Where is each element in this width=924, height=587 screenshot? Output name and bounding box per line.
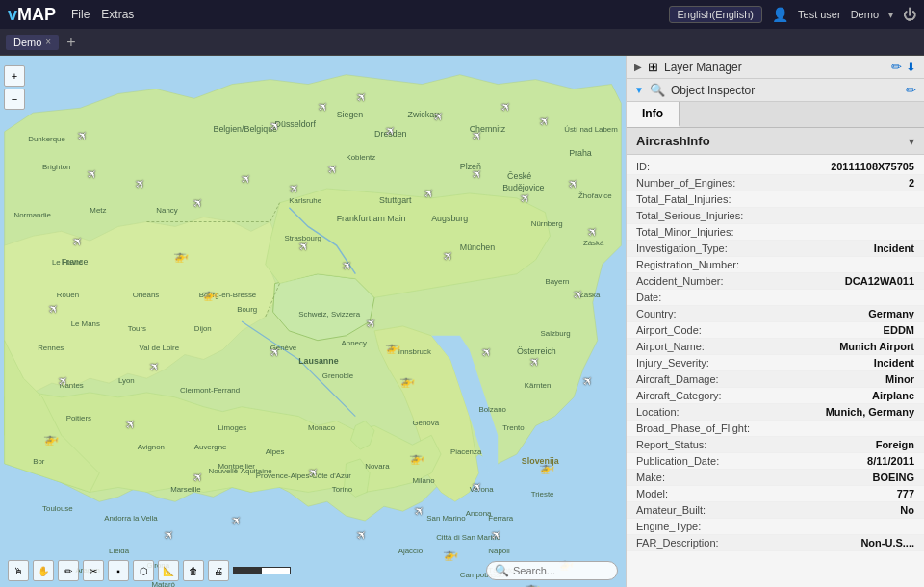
svg-text:Praha: Praha <box>569 148 592 158</box>
prop-key: Publication_Date: <box>636 455 789 467</box>
print-tool[interactable]: 🖨 <box>208 560 229 581</box>
property-row: Investigation_Type:Incident <box>627 241 924 257</box>
map-area[interactable]: France Strasbourg Frankfurt am Main Belg… <box>0 56 626 587</box>
search-box[interactable]: 🔍 <box>486 561 618 580</box>
draw-tool[interactable]: ✏ <box>58 560 79 581</box>
layer-edit-icon[interactable]: ✏ <box>891 60 902 74</box>
svg-text:Metz: Metz <box>90 206 106 215</box>
svg-text:Milano: Milano <box>412 476 435 485</box>
prop-key: Number_of_Engines: <box>636 177 789 189</box>
prop-key: Registration_Number: <box>636 259 789 270</box>
info-tab[interactable]: Info <box>627 102 680 127</box>
svg-text:Andorra la Vella: Andorra la Vella <box>104 514 158 523</box>
prop-value: Incident <box>789 357 914 369</box>
language-button[interactable]: English(English) <box>669 6 762 23</box>
svg-text:Verona: Verona <box>470 485 495 494</box>
svg-text:Slovenija: Slovenija <box>522 456 559 466</box>
property-row: Injury_Severity:Incident <box>627 355 924 371</box>
zoom-in-button[interactable]: + <box>4 65 25 87</box>
measure-tool[interactable]: 📐 <box>158 560 179 581</box>
scale-bar <box>233 567 291 574</box>
prop-key: Aircraft_Category: <box>636 390 789 401</box>
prop-key: Engine_Type: <box>636 521 789 532</box>
svg-text:Salzburg: Salzburg <box>541 329 571 338</box>
property-row: Broad_Phase_of_Flight: <box>627 421 924 437</box>
hex-tool[interactable]: ⬡ <box>133 560 154 581</box>
properties-dropdown[interactable]: ▾ <box>909 135 914 148</box>
svg-text:München: München <box>460 242 496 252</box>
object-inspector-header[interactable]: ▼ 🔍 Object Inspector ✏ <box>627 79 924 102</box>
demo-label[interactable]: Demo <box>851 9 879 20</box>
property-row: Engine_Type: <box>627 519 924 535</box>
svg-text:Grenoble: Grenoble <box>322 371 354 380</box>
prop-value: DCA12WA011 <box>789 275 914 287</box>
search-icon: 🔍 <box>495 564 509 577</box>
prop-value: Incident <box>789 242 914 254</box>
svg-text:Genève: Genève <box>270 344 297 352</box>
prop-key: Total_Fatal_Injuries: <box>636 193 789 205</box>
search-input[interactable] <box>513 565 609 576</box>
prop-key: Injury_Severity: <box>636 357 789 369</box>
properties-table: ID:20111108X75705Number_of_Engines:2Tota… <box>627 155 924 587</box>
logo-v: v <box>8 5 17 24</box>
select-tool[interactable]: 🖱 <box>8 560 29 581</box>
svg-text:Bayern: Bayern <box>546 277 570 286</box>
delete-tool[interactable]: 🗑 <box>183 560 204 581</box>
property-row: Total_Minor_Injuries: <box>627 224 924 241</box>
svg-text:San Marino: San Marino <box>426 514 466 523</box>
layer-manager-icon: ⊞ <box>648 60 658 74</box>
svg-text:Orléans: Orléans <box>133 291 160 299</box>
property-row: Country:Germany <box>627 306 924 322</box>
svg-text:Österreich: Österreich <box>517 347 556 357</box>
svg-text:Düsseldorf: Düsseldorf <box>275 119 317 129</box>
prop-key: Total_Minor_Injuries: <box>636 226 789 238</box>
layer-download-icon[interactable]: ⬇ <box>906 60 916 74</box>
svg-text:Rouen: Rouen <box>57 291 79 299</box>
prop-key: Make: <box>636 472 789 483</box>
prop-value: 777 <box>789 488 914 499</box>
prop-value: Non-U.S.... <box>789 537 914 549</box>
property-row: Registration_Number: <box>627 257 924 273</box>
svg-text:České: České <box>507 171 531 181</box>
prop-value: Germany <box>789 308 914 319</box>
svg-text:Toulouse: Toulouse <box>42 504 73 513</box>
svg-text:Strasbourg: Strasbourg <box>284 234 321 242</box>
svg-text:Annecy: Annecy <box>342 339 367 347</box>
svg-text:Auvergne: Auvergne <box>194 443 227 451</box>
svg-text:Bourg: Bourg <box>237 305 257 314</box>
layer-manager-header[interactable]: ▶ ⊞ Layer Manager ✏ ⬇ <box>627 56 924 79</box>
svg-text:Lausanne: Lausanne <box>298 356 338 366</box>
menu-file[interactable]: File <box>71 8 90 21</box>
property-row: Amateur_Built:No <box>627 502 924 519</box>
inspector-edit-icon[interactable]: ✏ <box>906 83 916 97</box>
svg-text:Nantes: Nantes <box>60 381 84 390</box>
bottom-toolbar: 🖱 ✋ ✏ ✂ ▪ ⬡ 📐 🗑 🖨 🔍 <box>0 560 626 581</box>
add-tab-button[interactable]: + <box>63 34 79 51</box>
svg-text:Torino: Torino <box>332 485 353 494</box>
menu-extras[interactable]: Extras <box>101 8 134 21</box>
demo-tab[interactable]: Demo × <box>6 35 59 50</box>
svg-text:Val de Loire: Val de Loire <box>140 344 180 352</box>
svg-text:Nancy: Nancy <box>156 206 177 215</box>
layer-manager-actions: ✏ ⬇ <box>891 60 916 74</box>
zoom-out-button[interactable]: − <box>4 89 25 110</box>
rect-tool[interactable]: ▪ <box>108 560 129 581</box>
prop-key: Airport_Name: <box>636 341 789 352</box>
dropdown-arrow[interactable]: ▾ <box>888 10 893 20</box>
svg-text:Innsbruck: Innsbruck <box>398 348 431 357</box>
prop-key: Location: <box>636 406 789 418</box>
svg-text:Poitiers: Poitiers <box>66 415 91 423</box>
svg-text:Augsburg: Augsburg <box>431 215 468 224</box>
prop-key: Model: <box>636 488 789 499</box>
demo-tab-close[interactable]: × <box>45 37 51 47</box>
svg-text:Ancona: Ancona <box>466 509 492 518</box>
svg-text:Dijon: Dijon <box>194 324 212 333</box>
pan-tool[interactable]: ✋ <box>33 560 54 581</box>
svg-text:Zwickau: Zwickau <box>408 110 440 119</box>
property-row: Total_Serious_Injuries: <box>627 208 924 224</box>
svg-text:Záská: Záská <box>583 239 604 247</box>
power-button[interactable]: ⏻ <box>903 7 916 22</box>
svg-text:Città di San Marino: Città di San Marino <box>436 533 501 542</box>
cut-tool[interactable]: ✂ <box>83 560 104 581</box>
svg-text:Genova: Genova <box>412 419 439 427</box>
